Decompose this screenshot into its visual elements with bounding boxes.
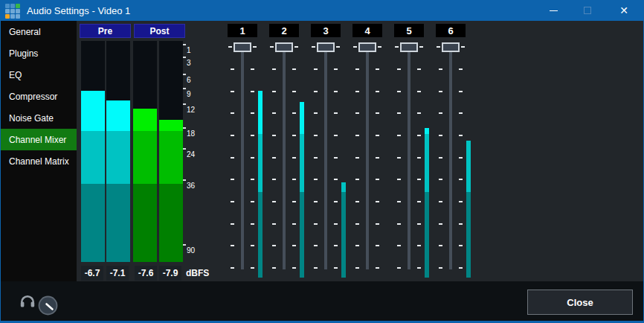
slider-tick — [397, 112, 401, 114]
meter-empty — [133, 41, 157, 109]
channel-slider-track-1[interactable] — [241, 42, 244, 269]
slider-tick — [439, 68, 442, 70]
channel-slider-track-3[interactable] — [324, 42, 327, 269]
slider-tick — [272, 201, 276, 202]
slider-tick — [459, 267, 463, 269]
slider-tick — [270, 46, 274, 48]
slider-tick — [417, 267, 421, 269]
slider-tick — [376, 201, 379, 202]
scale-label: 9 — [187, 90, 191, 99]
meter-group-header-pre: Pre — [80, 24, 131, 38]
slider-tick — [439, 135, 442, 136]
channel-slider-track-5[interactable] — [408, 42, 410, 269]
slider-tick — [314, 267, 318, 269]
slider-tick — [334, 201, 338, 202]
sidebar-item-channel-matrix[interactable]: Channel Matrix — [0, 150, 77, 172]
sidebar-item-eq[interactable]: EQ — [0, 64, 77, 86]
headphone-volume-knob[interactable] — [38, 295, 58, 319]
slider-tick — [231, 179, 234, 180]
slider-tick — [355, 223, 359, 225]
channel-level-meter-5 — [425, 46, 429, 278]
slider-tick — [334, 179, 338, 180]
sidebar-item-channel-mixer[interactable]: Channel Mixer — [0, 129, 77, 150]
slider-tick — [272, 112, 276, 114]
app-icon-square — [16, 9, 20, 13]
sidebar-item-noise-gate[interactable]: Noise Gate — [0, 107, 77, 129]
slider-tick — [334, 157, 338, 159]
titlebar: Audio Settings - Video 1 ✕ — [0, 0, 644, 21]
channel-header-2: 2 — [269, 24, 299, 37]
slider-tick — [417, 245, 421, 246]
channel-level-meter-6 — [466, 46, 471, 278]
headphones-icon — [20, 295, 35, 311]
level-meter-post-1 — [133, 41, 157, 262]
slider-tick — [292, 68, 296, 70]
channel-slider-handle-3[interactable] — [317, 42, 335, 52]
slider-tick — [439, 112, 442, 114]
scale-tick — [183, 88, 186, 89]
slider-tick — [417, 68, 421, 70]
slider-tick — [251, 112, 254, 114]
sidebar-item-compressor[interactable]: Compressor — [0, 86, 77, 107]
slider-tick — [417, 157, 421, 159]
slider-tick — [459, 91, 463, 92]
slider-tick — [355, 112, 359, 114]
slider-tick — [292, 223, 296, 225]
slider-tick — [292, 267, 296, 269]
app-icon-square — [5, 14, 10, 19]
meter-value-pre-1: -6.7 — [81, 266, 103, 281]
slider-tick — [251, 157, 254, 159]
slider-tick — [314, 91, 318, 92]
slider-tick — [292, 245, 296, 246]
slider-tick — [251, 135, 254, 136]
channel-slider-handle-6[interactable] — [442, 42, 460, 52]
sidebar: GeneralPluginsEQCompressorNoise GateChan… — [0, 21, 77, 281]
channel-slider-handle-5[interactable] — [400, 42, 418, 52]
slider-tick — [437, 46, 440, 48]
slider-tick — [231, 223, 234, 225]
slider-tick — [272, 135, 276, 136]
channel-slider-handle-1[interactable] — [234, 42, 251, 52]
slider-tick — [294, 46, 298, 48]
slider-tick — [459, 179, 463, 180]
slider-tick — [231, 157, 234, 159]
sidebar-item-general[interactable]: General — [0, 21, 77, 42]
slider-tick — [355, 267, 359, 269]
slider-tick — [251, 267, 254, 269]
slider-tick — [272, 179, 276, 180]
meter-value-pre-2: -7.1 — [106, 266, 129, 281]
channel-slider-handle-4[interactable] — [358, 42, 376, 52]
slider-tick — [272, 157, 276, 159]
slider-tick — [439, 201, 442, 202]
slider-tick — [334, 68, 338, 70]
slider-tick — [417, 179, 421, 180]
channel-slider-track-6[interactable] — [449, 42, 452, 269]
channel-slider-track-2[interactable] — [283, 42, 286, 269]
slider-tick — [292, 135, 296, 136]
app-icon-square — [5, 4, 10, 8]
close-button[interactable]: Close — [527, 290, 633, 315]
meter-value-post-2: -7.9 — [159, 266, 181, 281]
slider-tick — [397, 157, 401, 159]
channel-level-meter-2 — [300, 46, 304, 278]
slider-tick — [355, 245, 359, 246]
slider-tick — [314, 135, 318, 136]
minimize-button[interactable] — [537, 0, 570, 21]
channel-slider-track-4[interactable] — [366, 42, 369, 269]
slider-tick — [439, 179, 442, 180]
channel-level-meter-3 — [341, 46, 346, 278]
level-meter-post-2 — [159, 41, 183, 262]
slider-tick — [417, 135, 421, 136]
slider-tick — [251, 179, 254, 180]
slider-tick — [355, 68, 359, 70]
sidebar-item-plugins[interactable]: Plugins — [0, 42, 77, 64]
slider-tick — [417, 223, 421, 225]
close-window-button[interactable]: ✕ — [604, 0, 644, 21]
slider-tick — [251, 91, 254, 92]
slider-tick — [231, 112, 234, 114]
channel-level-meter-1 — [258, 46, 263, 278]
maximize-button[interactable] — [570, 0, 604, 21]
slider-tick — [353, 46, 357, 48]
channel-slider-handle-2[interactable] — [275, 42, 293, 52]
slider-tick — [355, 157, 359, 159]
